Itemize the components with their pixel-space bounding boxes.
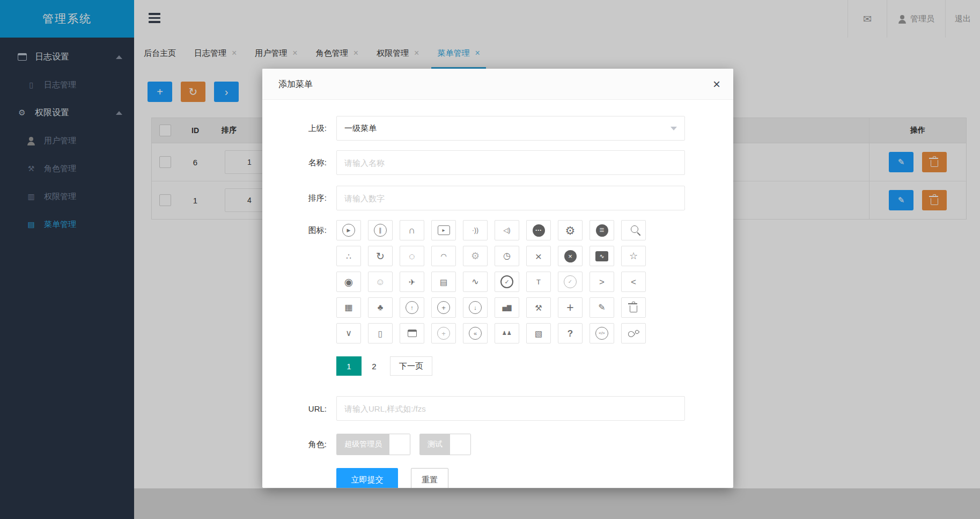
icon-option-trash[interactable] xyxy=(621,297,646,318)
icon-option-pause-circle[interactable]: ∥ xyxy=(368,220,393,240)
icon-option-code-circle[interactable]: </> xyxy=(590,323,614,343)
icon-option-window[interactable] xyxy=(400,323,424,343)
parent-select[interactable]: 一级菜单 xyxy=(336,116,685,141)
chart-board-icon: ∿ xyxy=(595,251,608,261)
role-options: 超级管理员测试 xyxy=(336,434,471,455)
gauge-icon: ◷ xyxy=(503,252,511,260)
reset-button[interactable]: 重置 xyxy=(411,468,448,488)
parent-select-value: 一级菜单 xyxy=(344,123,377,134)
page-1[interactable]: 1 xyxy=(336,356,362,376)
icon-option-arrow-up-circle[interactable]: ↑ xyxy=(400,297,424,318)
icon-option-signal[interactable]: ·)) xyxy=(463,220,488,240)
loading-dots-icon: ◌ xyxy=(409,251,415,261)
role-option-1[interactable]: 测试 xyxy=(419,434,471,455)
icon-option-table[interactable]: ▦ xyxy=(336,297,361,318)
role-option-0[interactable]: 超级管理员 xyxy=(336,434,410,455)
icon-option-refresh[interactable]: ↻ xyxy=(368,246,393,266)
icon-option-arrow-down-circle[interactable]: ↓ xyxy=(463,297,488,318)
icon-option-play-circle[interactable]: ▶ xyxy=(336,220,361,240)
icon-option-close-circle[interactable]: × xyxy=(558,246,583,266)
close-icon[interactable]: × xyxy=(713,69,720,99)
icon-option-bar-chart[interactable]: ▅▇ xyxy=(495,297,519,318)
icon-option-send[interactable]: ✈ xyxy=(400,272,424,292)
plus-icon: + xyxy=(566,302,573,314)
url-field-row: URL: xyxy=(273,396,685,421)
submit-button[interactable]: 立即提交 xyxy=(336,468,398,488)
icon-option-prev-circle[interactable]: « xyxy=(463,323,488,343)
arrow-down-circle-icon: ↓ xyxy=(469,301,482,314)
url-input[interactable] xyxy=(336,396,685,421)
icon-option-gauge[interactable]: ◷ xyxy=(495,246,519,266)
chevron-down-icon xyxy=(670,127,677,130)
icon-option-star[interactable]: ☆ xyxy=(621,246,646,266)
chevron-down-icon: ∨ xyxy=(345,329,352,338)
headset-icon: ∩ xyxy=(409,225,416,235)
icon-option-smiley[interactable]: ☺ xyxy=(368,272,393,292)
icon-option-plus-circle[interactable]: + xyxy=(431,297,456,318)
sort-input[interactable] xyxy=(336,186,685,210)
send-icon: ✈ xyxy=(409,278,416,286)
roles-field-row: 角色: xyxy=(273,434,336,455)
icon-option-water-drops[interactable] xyxy=(621,323,646,343)
name-input[interactable] xyxy=(336,150,685,175)
icon-option-tshirt[interactable]: T xyxy=(526,272,551,292)
pulse-icon: ∿ xyxy=(471,277,478,286)
plus-circle-thin-icon: + xyxy=(437,327,450,340)
icon-option-plus[interactable]: + xyxy=(558,297,583,318)
icon-option-group[interactable]: ♟♟ xyxy=(495,323,519,343)
icon-option-file[interactable]: ▯ xyxy=(368,323,393,343)
icon-option-headset[interactable]: ∩ xyxy=(400,220,424,240)
icon-option-pencil[interactable]: ✎ xyxy=(590,297,614,318)
file-icon: ▯ xyxy=(378,330,382,338)
pause-circle-icon: ∥ xyxy=(374,224,387,237)
name-field-row: 名称: xyxy=(273,150,685,175)
icon-option-tree[interactable]: ♣ xyxy=(368,297,393,318)
record-icon: ◉ xyxy=(344,277,353,287)
icon-option-check-circle[interactable]: ✓ xyxy=(558,272,583,292)
chevron-left-icon: < xyxy=(631,277,636,287)
share-icon: ∴ xyxy=(346,252,351,260)
role-option-label: 超级管理员 xyxy=(337,434,389,455)
tshirt-icon: T xyxy=(536,279,541,286)
icon-option-chevron-right[interactable]: > xyxy=(590,272,614,292)
icon-option-picture[interactable]: ▧ xyxy=(526,323,551,343)
role-checkbox xyxy=(450,434,470,455)
pencil-icon: ✎ xyxy=(598,303,605,312)
trash-icon xyxy=(630,305,637,312)
question-icon: ? xyxy=(568,329,573,338)
icon-option-gear-filled[interactable]: ⚙ xyxy=(558,220,583,240)
close-icon: × xyxy=(535,251,542,262)
parent-field-row: 上级: 一级菜单 xyxy=(273,116,685,141)
icon-option-gear-outline[interactable]: ⚙ xyxy=(463,246,488,266)
page-next[interactable]: 下一页 xyxy=(390,356,432,376)
sort-field-label: 排序: xyxy=(273,193,327,203)
table-icon: ▦ xyxy=(344,303,352,312)
icon-option-search[interactable] xyxy=(621,220,646,240)
icon-option-pulse[interactable]: ∿ xyxy=(463,272,488,292)
icon-option-chart-board[interactable]: ∿ xyxy=(590,246,614,266)
icon-option-speaker[interactable]: ◁) xyxy=(495,220,519,240)
icon-option-video-play[interactable]: ▸ xyxy=(431,220,456,240)
page-2[interactable]: 2 xyxy=(362,356,387,376)
icon-option-question[interactable]: ? xyxy=(558,323,583,343)
icon-option-menu-circle[interactable]: ☰ xyxy=(590,220,614,240)
icon-option-chevron-left[interactable]: < xyxy=(621,272,646,292)
icon-option-loading-arc[interactable]: ◠ xyxy=(431,246,456,266)
icon-option-check-circle-bold[interactable]: ✓ xyxy=(495,272,519,292)
icon-option-plus-circle-thin[interactable]: + xyxy=(431,323,456,343)
icon-option-close[interactable]: × xyxy=(526,246,551,266)
bar-chart-icon: ▅▇ xyxy=(503,305,512,311)
play-circle-icon: ▶ xyxy=(342,224,355,237)
icon-option-comment-dots[interactable]: ··· xyxy=(526,220,551,240)
role-option-label: 测试 xyxy=(420,434,450,455)
star-icon: ☆ xyxy=(629,251,638,261)
modal-header: 添加菜单 × xyxy=(262,69,733,100)
icon-option-document[interactable]: ▤ xyxy=(431,272,456,292)
icon-field-row: 图标: xyxy=(273,220,336,240)
gear-outline-icon: ⚙ xyxy=(471,251,480,261)
icon-option-record[interactable]: ◉ xyxy=(336,272,361,292)
icon-option-loading-dots[interactable]: ◌ xyxy=(400,246,424,266)
icon-option-chevron-down[interactable]: ∨ xyxy=(336,323,361,343)
icon-option-tools[interactable]: ⚒ xyxy=(526,297,551,318)
icon-option-share[interactable]: ∴ xyxy=(336,246,361,266)
